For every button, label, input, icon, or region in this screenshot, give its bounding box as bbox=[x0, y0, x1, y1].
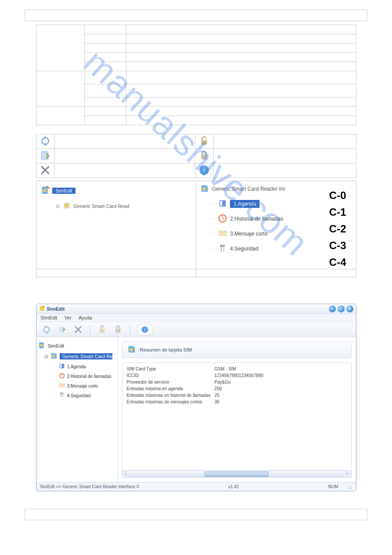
toolbar: i bbox=[36, 322, 356, 337]
c-label: C-0 bbox=[329, 187, 346, 204]
simedit-window: SimEdit – □ × SimEdit Ver Ayuda i bbox=[36, 304, 356, 491]
toolbar-refresh-button[interactable] bbox=[41, 324, 52, 335]
svg-rect-23 bbox=[52, 355, 55, 358]
menu-item-simedit[interactable]: SimEdit bbox=[41, 315, 58, 320]
summary-title: Resumen de tarjeta SIM bbox=[140, 347, 192, 352]
tree-item-label: 4.Seguridad bbox=[67, 393, 91, 398]
svg-text:i: i bbox=[203, 166, 205, 174]
info-key: Entradas máximas de mensajes cortos bbox=[127, 399, 215, 405]
tree-item-label: 2.Historial de llamadas bbox=[67, 374, 111, 379]
tree-root-label[interactable]: SimEdit bbox=[52, 188, 76, 194]
toolbar-delete-button[interactable] bbox=[72, 324, 84, 335]
sim-info-table: SIM Card TypeGSM - SIMICCID1234567890123… bbox=[122, 363, 351, 470]
info-icon: i bbox=[198, 164, 210, 177]
tree-reader-label[interactable]: Generic Smart Card Reader Int bbox=[212, 186, 285, 192]
svg-rect-16 bbox=[59, 326, 64, 333]
menu-item-ayuda[interactable]: Ayuda bbox=[79, 315, 92, 320]
sim-chip-icon bbox=[62, 201, 71, 211]
c-label: C-2 bbox=[329, 221, 346, 237]
tree-item-icon bbox=[58, 392, 65, 399]
toolbar-export-button[interactable] bbox=[57, 324, 68, 335]
tree-item-icon bbox=[218, 199, 227, 209]
refresh-icon bbox=[39, 135, 51, 148]
svg-rect-6 bbox=[43, 189, 46, 192]
menu-description-table bbox=[36, 25, 356, 125]
scroll-thumb[interactable] bbox=[205, 472, 269, 477]
tree-item-icon bbox=[58, 363, 65, 370]
tree-item[interactable]: ⋯2.Historial de llamadas bbox=[53, 372, 115, 380]
page-footer-band bbox=[25, 509, 367, 520]
sim-chip-icon bbox=[127, 345, 137, 355]
export-icon bbox=[39, 150, 51, 162]
tree-pane: SimEdit ⊟ Generic Smart Card Reader Int … bbox=[36, 337, 118, 482]
toolbar-info-button[interactable]: i bbox=[137, 324, 153, 335]
minimize-button[interactable]: – bbox=[329, 305, 336, 312]
info-row: Proveedor de servicioPay&Go bbox=[127, 379, 347, 385]
titlebar[interactable]: SimEdit – □ × bbox=[36, 304, 356, 314]
info-value: 30 bbox=[215, 399, 347, 405]
toolbar-icons-table: i bbox=[36, 134, 356, 178]
info-key: Proveedor de servicio bbox=[127, 379, 215, 385]
info-key: Entradas máxima en agenda bbox=[127, 385, 215, 392]
tree-reader[interactable]: Generic Smart Card Reader Int bbox=[60, 353, 112, 359]
info-value: Pay&Go bbox=[215, 379, 347, 385]
tree-panels-table: SimEdit ⊟ Generic Smart Card Read Generi bbox=[36, 181, 356, 277]
tree-item[interactable]: ⋯1.Agenda bbox=[53, 363, 115, 370]
page-header-band bbox=[25, 10, 367, 21]
info-value: 25 bbox=[215, 392, 347, 399]
svg-text:i: i bbox=[144, 327, 145, 332]
scroll-left-arrow[interactable]: ‹ bbox=[122, 472, 129, 476]
tree-item-label: 2.Historial de llamadas bbox=[230, 216, 283, 222]
sim-chip-icon bbox=[200, 184, 209, 194]
tree-item-label: 1.Agenda bbox=[230, 200, 259, 208]
svg-rect-25 bbox=[60, 364, 61, 368]
svg-rect-9 bbox=[202, 187, 205, 190]
content-pane: Resumen de tarjeta SIM SIM Card TypeGSM … bbox=[118, 337, 356, 482]
svg-rect-17 bbox=[100, 329, 104, 333]
resize-grip-icon[interactable] bbox=[347, 484, 352, 490]
tree-item-icon bbox=[218, 229, 227, 239]
toolbar-lock-button[interactable] bbox=[112, 324, 124, 335]
unlock-icon bbox=[198, 135, 210, 148]
info-row: SIM Card TypeGSM - SIM bbox=[127, 366, 347, 372]
info-row: Entradas máximas en historial de llamada… bbox=[127, 392, 347, 399]
tree-item-icon bbox=[58, 382, 65, 390]
tree-item-icon bbox=[218, 214, 227, 224]
svg-point-13 bbox=[220, 245, 223, 247]
info-value: GSM - SIM bbox=[215, 366, 347, 372]
svg-point-14 bbox=[223, 245, 225, 247]
window-title: SimEdit bbox=[47, 306, 65, 312]
c-label: C-1 bbox=[329, 204, 346, 221]
status-version: v1.41 bbox=[228, 484, 239, 489]
tree-item[interactable]: ⋯3.Mensaje corto bbox=[53, 382, 115, 390]
tree-item-label: 3.Mensaje corto bbox=[67, 384, 98, 388]
toolbar-unlock-button[interactable] bbox=[97, 324, 108, 335]
scroll-right-arrow[interactable]: › bbox=[344, 472, 351, 476]
info-row: Entradas máximas de mensajes cortos30 bbox=[127, 399, 347, 405]
status-numlock: NUM bbox=[328, 484, 338, 489]
sim-card-icon bbox=[38, 341, 46, 350]
info-value: 12345678901234567890 bbox=[215, 372, 347, 379]
info-key: ICCID bbox=[127, 372, 215, 379]
tree-item[interactable]: ⋯4.Seguridad bbox=[53, 392, 115, 399]
maximize-button[interactable]: □ bbox=[338, 305, 345, 312]
menubar: SimEdit Ver Ayuda bbox=[36, 314, 356, 322]
svg-rect-2 bbox=[201, 155, 207, 160]
svg-rect-11 bbox=[220, 201, 223, 206]
svg-rect-0 bbox=[201, 140, 207, 145]
svg-rect-18 bbox=[115, 329, 120, 333]
svg-point-27 bbox=[60, 392, 62, 394]
app-icon bbox=[39, 305, 45, 312]
svg-rect-8 bbox=[65, 204, 68, 207]
tree-reader-label[interactable]: Generic Smart Card Read bbox=[74, 203, 129, 209]
summary-header: Resumen de tarjeta SIM bbox=[122, 341, 352, 358]
svg-point-28 bbox=[62, 392, 64, 394]
info-row: Entradas máxima en agenda250 bbox=[127, 385, 347, 392]
menu-item-ver[interactable]: Ver bbox=[64, 315, 72, 320]
tree-item-icon bbox=[218, 243, 227, 254]
horizontal-scrollbar[interactable]: ‹ › bbox=[122, 470, 351, 477]
lock-icon bbox=[198, 150, 210, 162]
close-button[interactable]: × bbox=[346, 305, 353, 312]
tree-root[interactable]: SimEdit bbox=[48, 343, 65, 348]
close-icon bbox=[39, 164, 51, 177]
